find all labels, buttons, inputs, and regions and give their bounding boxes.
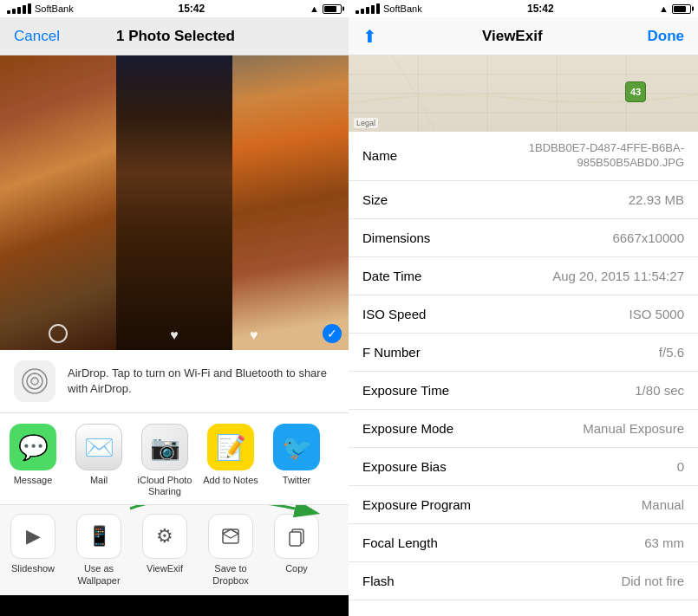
- nav-bar-right: ⬆ ViewExif Done: [349, 17, 698, 55]
- exif-value-datetime: Aug 20, 2015 11:54:27: [552, 269, 684, 283]
- viewexif-icon: ⚙: [142, 514, 187, 559]
- airdrop-section[interactable]: AirDrop. Tap to turn on Wi-Fi and Blueto…: [0, 350, 349, 413]
- location-icon: ▲: [310, 3, 319, 14]
- map-pin[interactable]: 43: [625, 81, 646, 102]
- share-app-icloud[interactable]: 📷 iCloud PhotoSharing: [132, 424, 198, 497]
- notes-icon: 📝: [207, 424, 254, 470]
- left-panel: SoftBank 15:42 ▲ Cancel 1 Photo Selected…: [0, 0, 349, 616]
- battery-area-right: ▲: [659, 3, 691, 14]
- exif-value-size: 22.93 MB: [629, 192, 684, 207]
- exif-row-name: Name 1BDBB0E7-D487-4FFE-B6BA-985B50B5ABD…: [349, 132, 698, 181]
- wallpaper-icon: 📱: [76, 514, 121, 559]
- exif-label-name: Name: [362, 148, 397, 163]
- exif-label-flash: Flash: [362, 574, 395, 588]
- exif-row-dimensions: Dimensions 6667x10000: [349, 219, 698, 257]
- photo-thumb-1[interactable]: [0, 55, 116, 350]
- airdrop-text: AirDrop. Tap to turn on Wi-Fi and Blueto…: [68, 366, 335, 397]
- map-area[interactable]: 43 Legal: [349, 55, 698, 132]
- exif-value-fnumber: f/5.6: [659, 345, 684, 360]
- photo-thumb-3[interactable]: ✓ ♥: [232, 55, 349, 350]
- exif-label-datetime: Date Time: [362, 269, 421, 283]
- map-legal-text: Legal: [354, 118, 378, 128]
- signal-icon-right: [356, 3, 380, 14]
- svg-point-2: [31, 378, 38, 385]
- twitter-icon: 🐦: [273, 424, 320, 470]
- slideshow-label: Slideshow: [11, 563, 55, 574]
- exif-row-flash: Flash Did not fire: [349, 562, 698, 600]
- exif-row-exposure-time: Exposure Time 1/80 sec: [349, 372, 698, 410]
- exif-label-fnumber: F Number: [362, 345, 421, 360]
- photo-thumb-2[interactable]: ♥: [116, 55, 232, 350]
- carrier-name-left: SoftBank: [35, 3, 74, 14]
- dropbox-label: Save toDropbox: [212, 563, 249, 586]
- cancel-button[interactable]: Cancel: [14, 28, 60, 45]
- airdrop-icon: [14, 360, 55, 402]
- exif-value-focal-length: 63 mm: [644, 535, 684, 550]
- right-panel: SoftBank 15:42 ▲ ⬆ ViewExif Done: [349, 0, 698, 616]
- exif-row-fnumber: F Number f/5.6: [349, 334, 698, 372]
- nav-bar-left: Cancel 1 Photo Selected: [0, 17, 349, 55]
- exif-label-iso: ISO Speed: [362, 307, 426, 321]
- message-icon: 💬: [10, 424, 56, 470]
- slideshow-icon: ▶: [10, 514, 55, 559]
- exif-row-exposure-program: Exposure Program Manual: [349, 486, 698, 524]
- share-app-twitter[interactable]: 🐦 Twitter: [264, 424, 329, 497]
- photos-grid: ♥ ✓ ♥: [0, 55, 349, 350]
- message-label: Message: [14, 475, 53, 486]
- mail-label: Mail: [90, 475, 108, 486]
- exif-row-focal-length: Focal Length 63 mm: [349, 524, 698, 562]
- exif-label-size: Size: [362, 192, 388, 207]
- mail-icon: ✉️: [75, 424, 122, 470]
- status-bar-left: SoftBank 15:42 ▲: [0, 0, 349, 17]
- exif-row-exposure-bias: Exposure Bias 0: [349, 448, 698, 486]
- exif-row-datetime: Date Time Aug 20, 2015 11:54:27: [349, 257, 698, 295]
- exif-label-dimensions: Dimensions: [362, 230, 430, 245]
- exif-value-dimensions: 6667x10000: [612, 230, 684, 245]
- share-app-mail[interactable]: ✉️ Mail: [66, 424, 132, 497]
- carrier-right: SoftBank: [356, 3, 422, 14]
- signal-icon: [7, 3, 31, 14]
- exif-value-exposure-mode: Manual Exposure: [583, 421, 684, 436]
- icloud-icon: 📷: [141, 424, 188, 470]
- battery-icon-right: [672, 4, 691, 14]
- time-left: 15:42: [179, 3, 205, 15]
- action-dropbox[interactable]: Save toDropbox: [198, 514, 264, 586]
- select-circle-1[interactable]: [49, 324, 68, 343]
- carrier-left: SoftBank: [7, 3, 74, 14]
- exif-table: Name 1BDBB0E7-D487-4FFE-B6BA-985B50B5ABD…: [349, 132, 698, 616]
- exif-value-name: 1BDBB0E7-D487-4FFE-B6BA-985B50B5ABD0.JPG: [511, 141, 684, 171]
- exif-label-exposure-mode: Exposure Mode: [362, 421, 453, 436]
- done-button[interactable]: Done: [648, 28, 685, 45]
- check-icon-3[interactable]: ✓: [323, 324, 342, 343]
- exif-label-exposure-program: Exposure Program: [362, 497, 471, 512]
- action-copy[interactable]: Copy: [264, 514, 329, 586]
- exif-value-exposure-bias: 0: [677, 459, 684, 474]
- status-bar-right: SoftBank 15:42 ▲: [349, 0, 698, 17]
- copy-label: Copy: [285, 563, 308, 574]
- share-app-message[interactable]: 💬 Message: [0, 424, 66, 497]
- exif-value-iso: ISO 5000: [630, 307, 684, 321]
- svg-rect-6: [290, 532, 301, 546]
- action-slideshow[interactable]: ▶ Slideshow: [0, 514, 66, 586]
- share-icon[interactable]: ⬆: [362, 26, 377, 47]
- share-apps-row: 💬 Message ✉️ Mail 📷 iCloud PhotoSharing …: [0, 413, 349, 505]
- exif-row-iso: ISO Speed ISO 5000: [349, 295, 698, 334]
- copy-icon: [274, 514, 319, 559]
- photo-selected-title: 1 Photo Selected: [116, 28, 235, 45]
- dropbox-icon: [208, 514, 253, 559]
- wallpaper-label: Use asWallpaper: [77, 563, 120, 586]
- heart-icon-3: ♥: [250, 327, 258, 343]
- share-app-notes[interactable]: 📝 Add to Notes: [198, 424, 264, 497]
- exif-label-focal-length: Focal Length: [362, 535, 438, 550]
- carrier-name-right: SoftBank: [383, 3, 422, 14]
- exif-label-exposure-bias: Exposure Bias: [362, 459, 447, 474]
- map-pin-number: 43: [630, 87, 641, 97]
- twitter-label: Twitter: [283, 475, 310, 486]
- notes-label: Add to Notes: [203, 475, 258, 486]
- battery-area-left: ▲: [310, 3, 342, 14]
- viewexif-title: ViewExif: [482, 28, 543, 45]
- action-wallpaper[interactable]: 📱 Use asWallpaper: [66, 514, 132, 586]
- action-viewexif[interactable]: ⚙ ViewExif: [132, 514, 198, 586]
- exif-value-exposure-time: 1/80 sec: [635, 383, 684, 398]
- actions-row: ▶ Slideshow 📱 Use asWallpaper ⚙ ViewExif…: [0, 505, 349, 594]
